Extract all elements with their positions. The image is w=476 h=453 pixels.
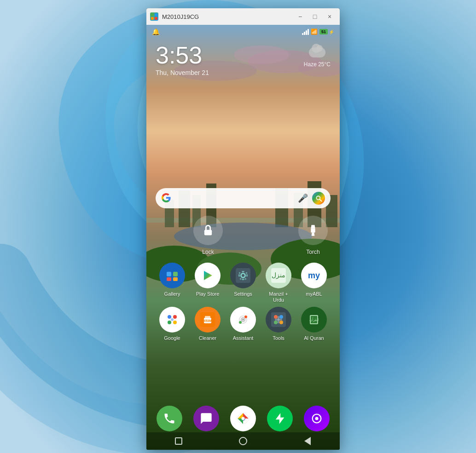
app-icon [150, 12, 158, 21]
svg-point-40 [168, 315, 171, 319]
status-right: 📶 51 ⚡ [302, 29, 334, 35]
tools-label: Tools [273, 335, 284, 341]
back-icon [304, 437, 311, 445]
google-lens-icon[interactable] [312, 192, 325, 205]
svg-text:453M: 453M [203, 319, 212, 322]
notification-icon: 🔔 [152, 28, 160, 35]
svg-rect-25 [204, 230, 212, 235]
app-row-2: Google 453M Cleaner Assistant [156, 307, 331, 341]
google-app[interactable]: Google [156, 307, 189, 341]
gallery-label: Gallery [164, 291, 180, 297]
myabl-icon: my [301, 263, 327, 288]
phone-screen: 🔔 📶 51 ⚡ 3:53 Thu, November 21 [146, 25, 340, 450]
svg-rect-2 [155, 13, 157, 16]
svg-point-56 [274, 315, 278, 319]
wifi-icon: 📶 [311, 29, 318, 35]
playstore-icon [195, 263, 221, 288]
signal-icon [302, 29, 309, 35]
nav-bar [146, 432, 340, 450]
close-button[interactable]: × [323, 12, 336, 21]
home-icon [239, 437, 247, 445]
search-bar[interactable]: 🎤 [156, 188, 331, 208]
maximize-button[interactable]: □ [308, 12, 321, 21]
lock-quick-action[interactable]: Lock [191, 216, 226, 255]
svg-line-24 [320, 200, 322, 201]
playstore-app[interactable]: Play Store [191, 263, 224, 303]
weather-condition: Haze 25°C [304, 61, 331, 68]
assistant-icon [230, 307, 256, 333]
phone-window: M2010J19CG − □ × [146, 8, 340, 450]
svg-point-53 [244, 315, 247, 318]
battery-indicator: 51 ⚡ [319, 29, 334, 34]
svg-rect-61 [275, 319, 282, 321]
date-display: Thu, November 21 [156, 69, 209, 76]
settings-label: Settings [234, 291, 252, 297]
lock-icon [193, 216, 223, 245]
svg-point-44 [171, 318, 174, 321]
svg-rect-3 [151, 17, 154, 20]
svg-point-7 [234, 46, 289, 64]
svg-rect-32 [173, 277, 178, 281]
manzil-icon: منزل [266, 263, 291, 288]
google-logo [161, 193, 172, 204]
manzil-app[interactable]: منزل Manzil +Urdu [262, 263, 295, 303]
torch-label: Torch [306, 249, 319, 255]
app-grid: Lock Torch Gallery [156, 216, 331, 345]
svg-point-41 [173, 315, 177, 319]
alquran-label: Al Quran [304, 335, 324, 341]
phone-dock-item[interactable] [157, 406, 182, 431]
google-icon [159, 307, 185, 333]
gallery-icon [159, 263, 185, 288]
svg-rect-48 [205, 316, 210, 318]
app-row-1: Gallery Play Store Settings منزل [156, 263, 331, 303]
manzil-label: Manzil +Urdu [269, 291, 288, 303]
svg-rect-30 [173, 272, 178, 276]
svg-rect-34 [236, 268, 250, 283]
torch-icon [298, 216, 328, 245]
svg-text:منزل: منزل [272, 271, 285, 279]
svg-point-43 [173, 321, 177, 324]
recent-apps-button[interactable] [170, 433, 187, 449]
settings-app[interactable]: Settings [226, 263, 260, 303]
thunder-dock-item[interactable] [267, 406, 293, 431]
svg-point-69 [315, 417, 319, 420]
svg-text:my: my [308, 271, 320, 280]
cleaner-icon: 453M [195, 307, 221, 333]
svg-point-58 [274, 321, 278, 324]
assistant-label: Assistant [233, 335, 254, 341]
dock [151, 406, 335, 431]
svg-text:القرآن: القرآن [309, 317, 319, 322]
svg-rect-31 [167, 277, 171, 281]
messages-dock-item[interactable] [193, 406, 219, 431]
svg-point-54 [239, 321, 242, 324]
svg-rect-1 [151, 13, 154, 16]
cloud-shape [309, 47, 325, 57]
cleaner-app[interactable]: 453M Cleaner [191, 307, 224, 341]
charging-icon: ⚡ [329, 29, 334, 34]
assistant-app[interactable]: Assistant [226, 307, 260, 341]
lock-label: Lock [202, 249, 214, 255]
svg-rect-26 [311, 228, 315, 232]
chrome-dock-item[interactable] [230, 406, 256, 431]
home-button[interactable] [235, 433, 251, 449]
search-mic-icon[interactable]: 🎤 [297, 193, 308, 204]
cleaner-label: Cleaner [199, 335, 217, 341]
time-widget: 3:53 Thu, November 21 [156, 43, 209, 76]
tools-app[interactable]: Tools [262, 307, 295, 341]
multiapp-dock-item[interactable] [304, 406, 330, 431]
myabl-app[interactable]: my myABL [297, 263, 331, 303]
myabl-label: myABL [306, 291, 322, 297]
svg-point-67 [242, 417, 245, 420]
torch-quick-action[interactable]: Torch [296, 216, 331, 255]
gallery-app[interactable]: Gallery [156, 263, 189, 303]
back-button[interactable] [299, 433, 316, 449]
settings-icon [230, 263, 256, 288]
recent-apps-icon [175, 437, 182, 445]
weather-icon [308, 46, 326, 59]
minimize-button[interactable]: − [294, 12, 307, 21]
title-bar: M2010J19CG − □ × [146, 8, 340, 25]
status-bar: 🔔 📶 51 ⚡ [146, 25, 340, 39]
svg-rect-4 [155, 17, 157, 20]
alquran-icon: القرآن [301, 307, 327, 333]
alquran-app[interactable]: القرآن Al Quran [297, 307, 331, 341]
